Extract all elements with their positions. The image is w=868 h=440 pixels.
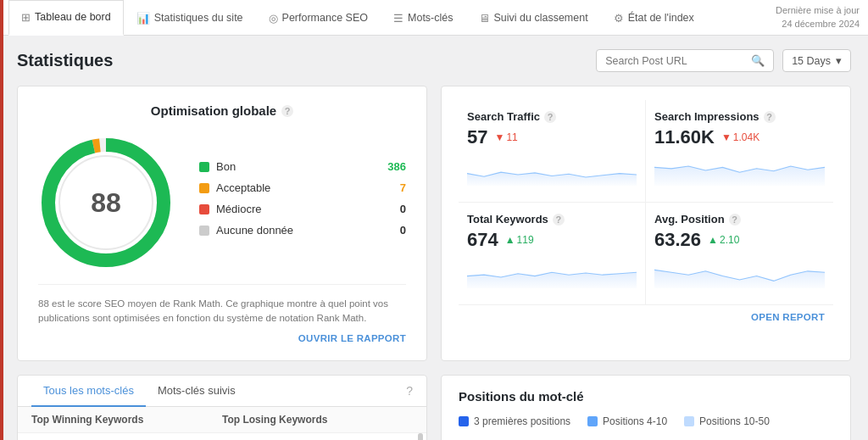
legend-dot-bon <box>199 162 209 172</box>
page-title: Statistiques <box>17 51 113 70</box>
nav-tab-performance[interactable]: ◎ Performance SEO <box>256 0 381 36</box>
legend-item-bon: Bon 386 <box>199 160 406 173</box>
keywords-body: comment monétiser son co... 21 ▲ 79 hala… <box>18 433 426 441</box>
tab-motscles-suivis[interactable]: Mots-clés suivis <box>146 376 248 407</box>
position-info-icon[interactable]: ? <box>729 214 741 226</box>
page-header: Statistiques 🔍 15 Days ▾ <box>17 49 851 72</box>
bottom-row: Tous les mots-clés Mots-clés suivis ? To… <box>17 375 851 441</box>
stats-card: Search Traffic ? 57 ▼ 11 <box>441 86 851 361</box>
keywords-change: ▲ 119 <box>505 234 534 246</box>
keywords-info-icon[interactable]: ? <box>553 214 565 226</box>
arrow-down-icon: ▼ <box>721 131 732 143</box>
traffic-info-icon[interactable]: ? <box>544 111 556 123</box>
impressions-chart <box>654 155 825 186</box>
tab-tous-motscles[interactable]: Tous les mots-clés <box>31 376 146 407</box>
statistiques-icon: 📊 <box>136 12 150 25</box>
suivi-icon: 🖥 <box>479 12 490 25</box>
header-controls: 🔍 15 Days ▾ <box>596 49 851 72</box>
legend-item-10-50: Positions 10-50 <box>684 415 770 427</box>
scrollbar[interactable] <box>418 433 423 441</box>
donut-score: 88 <box>91 187 121 219</box>
position-change: ▲ 2.10 <box>708 234 739 246</box>
keywords-help-icon[interactable]: ? <box>406 384 413 398</box>
nav-tab-tableau[interactable]: ⊞ Tableau de bord <box>8 0 124 36</box>
scrollbar-thumb <box>418 433 423 441</box>
chevron-down-icon: ▾ <box>836 54 842 67</box>
impressions-info-icon[interactable]: ? <box>764 111 776 123</box>
days-select-dropdown[interactable]: 15 Days ▾ <box>782 49 851 72</box>
optimization-footer: 88 est le score SEO moyen de Rank Math. … <box>38 284 406 343</box>
nav-tab-statistiques[interactable]: 📊 Statistiques du site <box>124 0 256 36</box>
position-chart <box>654 258 825 288</box>
legend-item-4-10: Positions 4-10 <box>587 415 667 427</box>
positions-title: Positions du mot-clé <box>459 389 833 404</box>
top-navigation: ⊞ Tableau de bord 📊 Statistiques du site… <box>0 0 868 36</box>
positions-legend: 3 premières positions Positions 4-10 Pos… <box>459 415 833 427</box>
keywords-chart <box>467 258 637 288</box>
donut-chart: 88 <box>38 135 174 270</box>
cards-row: Optimisation globale ? 88 <box>17 86 851 361</box>
svg-marker-5 <box>654 166 825 186</box>
legend-dot-acceptable <box>199 183 209 193</box>
traffic-change: ▼ 11 <box>494 131 517 143</box>
kw-tab-group: Tous les mots-clés Mots-clés suivis <box>31 376 248 406</box>
nav-tab-etat[interactable]: ⚙ État de l'index <box>601 0 707 36</box>
nav-tab-list: ⊞ Tableau de bord 📊 Statistiques du site… <box>8 0 776 36</box>
stat-avg-position: Avg. Position ? 63.26 ▲ 2.10 <box>646 203 833 305</box>
svg-marker-6 <box>467 272 637 288</box>
left-accent-bar <box>0 0 3 440</box>
search-post-url-input[interactable] <box>605 55 746 67</box>
stat-total-keywords: Total Keywords ? 674 ▲ 119 <box>459 203 646 305</box>
last-update: Dernière mise à jour 24 décembre 2024 <box>776 4 860 31</box>
legend-dot-mediocre <box>199 204 209 214</box>
optimization-title: Optimisation globale ? <box>38 103 406 118</box>
motscles-icon: ☰ <box>393 12 403 25</box>
arrow-down-icon: ▼ <box>494 131 504 143</box>
traffic-chart <box>467 155 637 186</box>
stats-grid: Search Traffic ? 57 ▼ 11 <box>459 100 833 305</box>
keywords-tabs: Tous les mots-clés Mots-clés suivis ? <box>18 376 426 407</box>
optimization-card: Optimisation globale ? 88 <box>17 86 427 361</box>
legend-dot-aucune <box>199 226 209 236</box>
legend-item-aucune: Aucune donnée 0 <box>199 224 406 237</box>
legend-item-top3: 3 premières positions <box>459 415 570 427</box>
arrow-up-icon: ▲ <box>708 234 718 246</box>
optimization-legend: Bon 386 Acceptable 7 M <box>199 160 406 245</box>
open-report-link[interactable]: OPEN REPORT <box>459 305 833 322</box>
optimization-body: 88 Bon 386 Acceptable <box>38 135 406 270</box>
nav-tab-motscles[interactable]: ☰ Mots-clés <box>381 0 465 36</box>
nav-tab-suivi[interactable]: 🖥 Suivi du classement <box>466 0 601 36</box>
stat-search-impressions: Search Impressions ? 11.60K ▼ 1.04K <box>646 100 833 203</box>
arrow-up-icon: ▲ <box>505 234 515 246</box>
main-content: Statistiques 🔍 15 Days ▾ Optimisation gl… <box>0 36 868 440</box>
positions-card: Positions du mot-clé 3 premières positio… <box>441 375 851 441</box>
ouvrir-rapport-link[interactable]: OUVRIR LE RAPPORT <box>38 333 406 343</box>
performance-icon: ◎ <box>269 12 278 25</box>
legend-item-mediocre: Médiocre 0 <box>199 203 406 215</box>
keywords-scroll-area: comment monétiser son co... 21 ▲ 79 hala… <box>18 433 426 441</box>
keywords-column-headers: Top Winning Keywords Top Losing Keywords <box>18 407 426 433</box>
legend-item-acceptable: Acceptable 7 <box>199 181 406 194</box>
tableau-icon: ⊞ <box>21 11 31 24</box>
pos-dot-4-10 <box>587 416 598 426</box>
impressions-change: ▼ 1.04K <box>721 131 760 143</box>
stat-search-traffic: Search Traffic ? 57 ▼ 11 <box>459 100 646 203</box>
keywords-card: Tous les mots-clés Mots-clés suivis ? To… <box>17 375 427 441</box>
pos-dot-10-50 <box>684 416 694 426</box>
kw-row: comment monétiser son co... 21 ▲ 79 hala… <box>18 433 426 441</box>
pos-dot-top3 <box>459 416 469 426</box>
etat-icon: ⚙ <box>614 12 624 25</box>
search-post-url-box[interactable]: 🔍 <box>596 49 774 72</box>
search-icon: 🔍 <box>751 54 765 67</box>
optimization-info-icon[interactable]: ? <box>281 105 293 117</box>
